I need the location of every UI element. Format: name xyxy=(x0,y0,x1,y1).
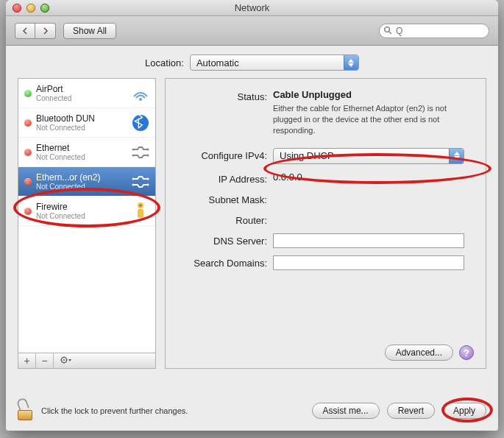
svg-point-5 xyxy=(147,148,149,150)
svg-line-1 xyxy=(389,32,391,34)
subnet-mask-label: Subnet Mask: xyxy=(179,192,267,205)
revert-label: Revert xyxy=(398,406,424,416)
show-all-button[interactable]: Show All xyxy=(63,23,116,39)
status-dot-icon xyxy=(24,149,32,156)
configure-ipv4-value: Using DHCP xyxy=(280,150,334,161)
configure-ipv4-label: Configure IPv4: xyxy=(179,148,267,161)
nav-segment xyxy=(15,23,56,39)
service-name: AirPort xyxy=(36,84,126,94)
sidebar-item-firewire[interactable]: FirewireNot Connected xyxy=(18,197,155,226)
svg-point-8 xyxy=(132,177,135,180)
svg-point-13 xyxy=(139,204,141,206)
advanced-label: Advanced... xyxy=(396,347,442,358)
search-field[interactable] xyxy=(379,24,489,38)
search-icon xyxy=(383,26,392,35)
list-toolbar: + − xyxy=(18,353,156,369)
location-select[interactable]: Automatic xyxy=(190,54,359,71)
revert-button[interactable]: Revert xyxy=(387,403,435,419)
service-sidebar: AirPortConnectedBluetooth DUNNot Connect… xyxy=(18,78,156,369)
sidebar-item-ethernet[interactable]: EthernetNot Connected xyxy=(18,138,155,167)
show-all-label: Show All xyxy=(73,26,107,36)
window-title: Network xyxy=(6,2,498,13)
status-dot-icon xyxy=(24,90,32,97)
minimize-window-button[interactable] xyxy=(26,4,35,13)
remove-service-button[interactable]: − xyxy=(36,353,54,368)
ip-address-label: IP Address: xyxy=(179,172,267,185)
location-value: Automatic xyxy=(196,57,239,68)
svg-point-11 xyxy=(147,183,149,186)
svg-point-10 xyxy=(132,183,135,186)
forward-button[interactable] xyxy=(35,23,56,39)
svg-point-9 xyxy=(147,177,149,180)
service-status: Not Connected xyxy=(36,183,126,191)
back-button[interactable] xyxy=(15,23,35,39)
search-domains-input[interactable] xyxy=(273,255,464,270)
lock-body-icon xyxy=(18,410,32,420)
detail-pane: Status: Cable Unplugged Either the cable… xyxy=(165,78,486,369)
sidebar-item-bluetooth-dun[interactable]: Bluetooth DUNNot Connected xyxy=(18,108,155,138)
window-titlebar: Network xyxy=(6,0,498,16)
ethernet-icon xyxy=(130,142,151,163)
service-status: Not Connected xyxy=(36,153,126,161)
svg-point-7 xyxy=(147,154,149,156)
apply-label: Apply xyxy=(453,406,475,416)
svg-point-2 xyxy=(139,98,142,101)
firewire-icon xyxy=(130,201,151,222)
dropdown-arrows-icon xyxy=(344,55,358,70)
service-status: Not Connected xyxy=(36,212,126,220)
status-description: Either the cable for Ethernet Adaptor (e… xyxy=(273,103,472,136)
help-button[interactable]: ? xyxy=(459,345,474,360)
svg-point-3 xyxy=(132,115,149,131)
status-label: Status: xyxy=(179,89,267,102)
ip-address-value: 0.0.0.0 xyxy=(273,172,472,183)
service-name: Ethernet xyxy=(36,143,126,153)
service-name: Firewire xyxy=(36,202,126,212)
airport-icon xyxy=(130,83,151,104)
svg-point-0 xyxy=(385,27,390,32)
location-label: Location: xyxy=(145,57,184,68)
bluetooth-icon xyxy=(130,113,151,133)
add-service-button[interactable]: + xyxy=(18,353,36,368)
advanced-button[interactable]: Advanced... xyxy=(385,345,453,361)
router-label: Router: xyxy=(179,213,267,226)
assist-me-button[interactable]: Assist me... xyxy=(312,403,380,419)
svg-point-4 xyxy=(132,148,135,150)
dropdown-arrows-icon xyxy=(449,149,464,163)
lock-description: Click the lock to prevent further change… xyxy=(41,406,188,415)
search-input[interactable] xyxy=(379,24,489,38)
status-dot-icon xyxy=(24,208,32,215)
ethernet-icon xyxy=(130,172,151,192)
configure-ipv4-select[interactable]: Using DHCP xyxy=(273,148,464,164)
service-list: AirPortConnectedBluetooth DUNNot Connect… xyxy=(18,78,156,353)
sidebar-item-ethern-or-en2-[interactable]: Ethern...or (en2)Not Connected xyxy=(18,167,155,197)
status-dot-icon xyxy=(24,178,32,186)
service-name: Bluetooth DUN xyxy=(36,113,126,124)
sidebar-item-airport[interactable]: AirPortConnected xyxy=(18,79,155,108)
svg-rect-14 xyxy=(138,209,143,218)
status-dot-icon xyxy=(24,119,32,127)
dns-server-label: DNS Server: xyxy=(179,233,267,247)
search-domains-label: Search Domains: xyxy=(179,255,267,269)
help-icon: ? xyxy=(464,347,469,358)
apply-button[interactable]: Apply xyxy=(442,403,486,419)
close-window-button[interactable] xyxy=(13,4,21,13)
action-menu-button[interactable] xyxy=(54,353,79,368)
service-status: Connected xyxy=(36,94,126,102)
service-status: Not Connected xyxy=(36,124,126,132)
toolbar: Show All xyxy=(6,16,498,46)
status-value: Cable Unplugged xyxy=(273,89,472,100)
svg-point-16 xyxy=(63,359,65,361)
dns-server-input[interactable] xyxy=(273,233,464,248)
assist-me-label: Assist me... xyxy=(323,406,369,416)
service-name: Ethern...or (en2) xyxy=(36,172,126,183)
lock-button[interactable] xyxy=(18,401,34,420)
zoom-window-button[interactable] xyxy=(40,4,49,13)
svg-point-6 xyxy=(132,154,135,156)
